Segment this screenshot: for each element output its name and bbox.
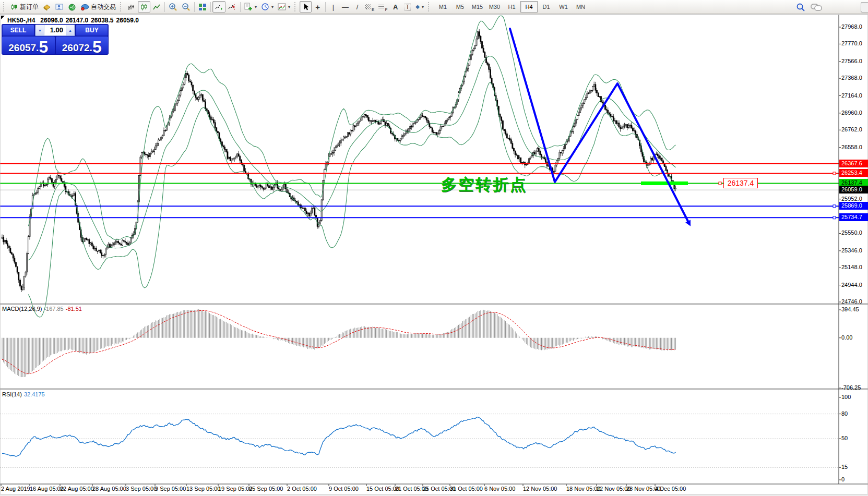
macd-axis-tick: 0.00	[841, 334, 852, 341]
new-order-icon	[10, 3, 18, 11]
price-axis-tick: 27770.0	[841, 40, 862, 46]
autotrading-button[interactable]: 自动交易	[78, 1, 118, 13]
periods-button[interactable]: ▾	[259, 1, 276, 13]
time-axis-label: 28 Aug 05:00	[92, 486, 126, 492]
text-label-icon: T	[405, 4, 411, 10]
candlestick-chart-icon	[140, 3, 148, 11]
timeframe-button-m15[interactable]: M15	[469, 1, 486, 13]
indicators-button[interactable]: ▾	[242, 1, 259, 13]
clipped-toolbar-icon[interactable]	[861, 2, 868, 13]
line-chart-button[interactable]	[150, 1, 163, 13]
chart-shift-button[interactable]	[225, 1, 239, 13]
text-label-button[interactable]: T	[401, 1, 413, 13]
time-axis-label: 12 Nov 05:00	[523, 486, 557, 492]
toolbar-separator	[325, 2, 326, 12]
timeframe-button-h1[interactable]: H1	[503, 1, 520, 13]
buy-price-big-digit: 5	[92, 40, 102, 54]
text-button[interactable]: A	[389, 1, 401, 13]
chat-icon[interactable]	[811, 3, 822, 12]
sell-button[interactable]: SELL	[2, 25, 34, 36]
search-icon[interactable]	[796, 3, 805, 12]
status-strip	[0, 494, 868, 496]
fibonacci-button[interactable]: F	[376, 1, 389, 13]
autotrading-label: 自动交易	[91, 3, 116, 11]
volume-stepper: ▼ 1.00 ▲	[35, 25, 75, 36]
time-axis-label: 6 Nov 05:00	[484, 486, 515, 492]
toolbar-grip[interactable]	[120, 2, 123, 11]
zoom-out-button[interactable]	[180, 1, 193, 13]
macd-main-value: -167.85	[44, 306, 63, 312]
price-tag-anchor-handle[interactable]	[719, 182, 721, 185]
mt4-window: 新订单 自动交易	[0, 0, 868, 496]
templates-icon	[278, 3, 286, 11]
horizontal-line-button[interactable]: —	[339, 1, 351, 13]
macd-signal-value: -81.51	[66, 306, 82, 312]
arrows-icon: ◆	[415, 4, 420, 9]
sell-price-box[interactable]: 26057.5	[2, 37, 55, 54]
signals-button[interactable]	[66, 1, 78, 13]
price-axis-tick: 26960.0	[841, 110, 862, 116]
volume-up-button[interactable]: ▲	[66, 25, 75, 35]
timeframe-button-h4[interactable]: H4	[520, 1, 538, 13]
chart-canvas[interactable]	[0, 0, 868, 496]
rsi-axis-tick: 50	[841, 435, 848, 441]
macd-axis-tick: -706.25	[841, 384, 861, 391]
autotrading-icon	[80, 3, 89, 11]
fibonacci-icon	[378, 4, 384, 9]
time-axis-label: 19 Sep 05:00	[218, 486, 252, 492]
candlestick-chart-button[interactable]	[138, 1, 150, 13]
price-line-label: 26253.4	[839, 169, 868, 177]
horizontal-line-icon: —	[342, 4, 349, 10]
tile-windows-button[interactable]	[196, 1, 209, 13]
sell-price-big-digit: 5	[39, 40, 48, 54]
buy-button[interactable]: BUY	[76, 25, 108, 36]
timeframe-button-m1[interactable]: M1	[434, 1, 451, 13]
toolbar-grip[interactable]	[428, 2, 431, 11]
timeframe-button-m30[interactable]: M30	[486, 1, 503, 13]
equidistant-channel-button[interactable]: E	[363, 1, 376, 13]
annotation-text[interactable]: 多空转折点	[441, 174, 527, 196]
text-icon: A	[393, 4, 398, 10]
price-axis-tick: 27164.0	[841, 92, 862, 99]
auto-scroll-button[interactable]	[212, 1, 225, 13]
crosshair-button[interactable]: +	[312, 1, 324, 13]
zoom-out-icon	[182, 3, 191, 11]
timeframe-button-d1[interactable]: D1	[538, 1, 555, 13]
vertical-line-icon: |	[332, 4, 334, 10]
templates-button[interactable]: ▾	[276, 1, 292, 13]
arrows-button[interactable]: ◆ ▾	[413, 1, 426, 13]
zoom-in-button[interactable]	[167, 1, 180, 13]
timeframe-button-m5[interactable]: M5	[451, 1, 469, 13]
cursor-button[interactable]	[300, 1, 312, 13]
bar-chart-button[interactable]	[125, 1, 138, 13]
metaeditor-button[interactable]	[41, 1, 53, 13]
price-axis-tick: 24746.0	[841, 298, 862, 305]
fibonacci-letter: F	[385, 7, 387, 12]
toolbar-grip[interactable]	[3, 2, 6, 11]
symbol-corner-icon[interactable]	[1, 16, 5, 19]
price-axis-tick: 25550.0	[841, 229, 862, 236]
support-highlight-segment[interactable]	[641, 182, 688, 185]
toolbar-grip[interactable]	[294, 2, 298, 11]
timeframe-button-mn[interactable]: MN	[572, 1, 589, 13]
profile-button[interactable]	[53, 1, 66, 13]
new-order-label: 新订单	[20, 3, 39, 11]
time-axis-label: 22 Nov 05:00	[597, 486, 631, 492]
timeframe-button-w1[interactable]: W1	[555, 1, 572, 13]
buy-price-box[interactable]: 26072.5	[56, 37, 109, 54]
chart-background	[0, 15, 868, 496]
dropdown-arrow-icon: ▾	[422, 5, 424, 9]
new-order-button[interactable]: 新订单	[8, 1, 41, 13]
volume-input[interactable]: 1.00	[44, 25, 66, 35]
channel-letter: E	[372, 7, 374, 12]
toolbar-separator	[240, 2, 241, 12]
price-tag-label[interactable]: 26137.4	[723, 178, 758, 188]
trendline-button[interactable]: /	[351, 1, 363, 13]
rsi-indicator-label: RSI(14)32.4175	[2, 391, 45, 397]
periods-clock-icon	[261, 3, 269, 11]
volume-down-button[interactable]: ▼	[35, 25, 44, 35]
vertical-line-button[interactable]: |	[327, 1, 339, 13]
time-axis-label: 9 Oct 05:00	[329, 486, 359, 492]
time-axis-label: 31 Oct 05:00	[450, 486, 483, 492]
ohlc-high: 26147.0	[66, 17, 88, 24]
